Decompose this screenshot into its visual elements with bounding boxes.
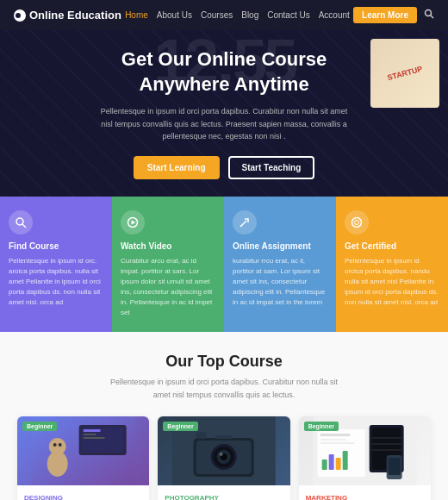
feature-find-course: Find Course Pellentesque in ipsum id orc… xyxy=(0,197,112,332)
svg-rect-15 xyxy=(84,429,101,432)
certified-title: Get Certified xyxy=(345,241,439,251)
svg-rect-30 xyxy=(196,432,207,439)
svg-rect-16 xyxy=(84,434,96,435)
svg-rect-34 xyxy=(320,434,350,436)
course-badge-3: Beginner xyxy=(304,422,339,431)
svg-rect-38 xyxy=(328,454,333,470)
start-teaching-button[interactable]: Start Teaching xyxy=(228,156,315,179)
nav-blog[interactable]: Blog xyxy=(241,10,258,20)
hero-section: 12:55 Get Our Online CourseAnywhere Anyt… xyxy=(0,30,448,197)
nav-account[interactable]: Account xyxy=(319,10,350,20)
nav-home[interactable]: Home xyxy=(125,10,148,20)
svg-point-21 xyxy=(59,443,62,447)
logo: Online Education xyxy=(14,9,121,22)
svg-rect-35 xyxy=(320,439,345,441)
course-card-3[interactable]: Beginner MARKETING Marketing Basics Them… xyxy=(299,416,431,500)
certified-text: Pellentesque in ipsum id orcica porta da… xyxy=(345,256,439,308)
svg-point-10 xyxy=(352,218,362,228)
course-body-1: DESIGNING Adobe XD Mega Course ThemeGril… xyxy=(17,485,149,500)
start-learning-button[interactable]: Start Learning xyxy=(134,156,220,179)
learn-more-button[interactable]: Learn More xyxy=(353,7,417,23)
logo-text: Online Education xyxy=(29,9,121,22)
svg-line-9 xyxy=(240,225,242,227)
assignment-title: Online Assignment xyxy=(233,241,327,251)
nav-right: Learn More xyxy=(353,7,434,23)
course-thumb-3: Beginner xyxy=(299,416,431,485)
section-subtitle: Pellentesque in ipsum id orci porta dapi… xyxy=(103,376,345,401)
watch-video-text: Curabitur arcu erat, ac id impat. portit… xyxy=(121,256,215,318)
svg-line-5 xyxy=(22,224,26,228)
course-body-2: PHOTOGRAPHY Photography Beginner Guide T… xyxy=(158,485,289,500)
svg-rect-47 xyxy=(388,458,400,475)
svg-point-29 xyxy=(220,453,223,456)
nav-about[interactable]: About Us xyxy=(157,10,192,20)
course-category-2: PHOTOGRAPHY xyxy=(165,494,283,500)
nav-courses[interactable]: Courses xyxy=(201,10,233,20)
svg-rect-37 xyxy=(321,459,327,470)
watch-video-icon xyxy=(121,210,145,234)
features-section: Find Course Pellentesque in ipsum id orc… xyxy=(0,197,448,332)
hero-buttons: Start Learning Start Teaching xyxy=(95,156,353,179)
hero-subtitle: Pellentesque in ipsum id orci porta dapi… xyxy=(95,105,353,142)
section-title: Our Top Course xyxy=(17,353,431,371)
nav-contact[interactable]: Contact Us xyxy=(267,10,309,20)
svg-rect-31 xyxy=(215,435,233,439)
course-cards: Beginner DESIGNING Adobe XD Mega Course … xyxy=(17,416,431,500)
svg-point-4 xyxy=(16,218,23,225)
course-category-1: DESIGNING xyxy=(24,494,142,500)
svg-rect-36 xyxy=(320,442,354,444)
logo-icon xyxy=(14,9,26,22)
svg-rect-17 xyxy=(84,437,105,439)
find-course-title: Find Course xyxy=(9,241,103,251)
assignment-text: kurabitur rrcu erat, ac il, portitor at … xyxy=(233,256,327,308)
hero-title: Get Our Online CourseAnywhere Anytime xyxy=(95,47,353,97)
feature-online-assignment: Online Assignment kurabitur rrcu erat, a… xyxy=(224,197,336,332)
search-icon[interactable] xyxy=(424,9,434,22)
course-card-2[interactable]: Beginner PHOTOGRAPHY Photography Beginne… xyxy=(158,416,289,500)
course-thumb-2: Beginner xyxy=(158,416,289,485)
watch-video-title: Watch Video xyxy=(121,241,215,251)
svg-point-19 xyxy=(49,438,66,455)
svg-point-20 xyxy=(53,443,57,447)
svg-point-2 xyxy=(425,10,431,16)
find-course-icon xyxy=(9,210,33,234)
feature-watch-video: Watch Video Curabitur arcu erat, ac id i… xyxy=(112,197,224,332)
svg-line-3 xyxy=(430,16,433,19)
certified-icon xyxy=(345,210,369,234)
svg-rect-40 xyxy=(342,451,347,470)
course-thumb-1: Beginner xyxy=(17,416,149,485)
svg-point-11 xyxy=(355,221,359,225)
assignment-icon xyxy=(233,210,257,234)
feature-get-certified: Get Certified Pellentesque in ipsum id o… xyxy=(336,197,448,332)
hero-content: Get Our Online CourseAnywhere Anytime Pe… xyxy=(60,30,388,197)
course-card-1[interactable]: Beginner DESIGNING Adobe XD Mega Course … xyxy=(17,416,149,500)
course-badge-1: Beginner xyxy=(22,422,57,431)
svg-point-1 xyxy=(16,13,21,18)
top-course-section: Our Top Course Pellentesque in ipsum id … xyxy=(0,332,448,500)
course-badge-2: Beginner xyxy=(163,422,197,431)
course-body-3: MARKETING Marketing Basics ThemeGrill Te… xyxy=(299,485,431,500)
svg-rect-39 xyxy=(335,458,340,470)
find-course-text: Pellentesque in ipsum id orc. aroica por… xyxy=(9,256,103,308)
nav-links: Home About Us Courses Blog Contact Us Ac… xyxy=(125,10,350,20)
navbar: Online Education Home About Us Courses B… xyxy=(0,0,448,30)
course-category-3: MARKETING xyxy=(306,494,424,500)
svg-marker-7 xyxy=(132,221,136,225)
